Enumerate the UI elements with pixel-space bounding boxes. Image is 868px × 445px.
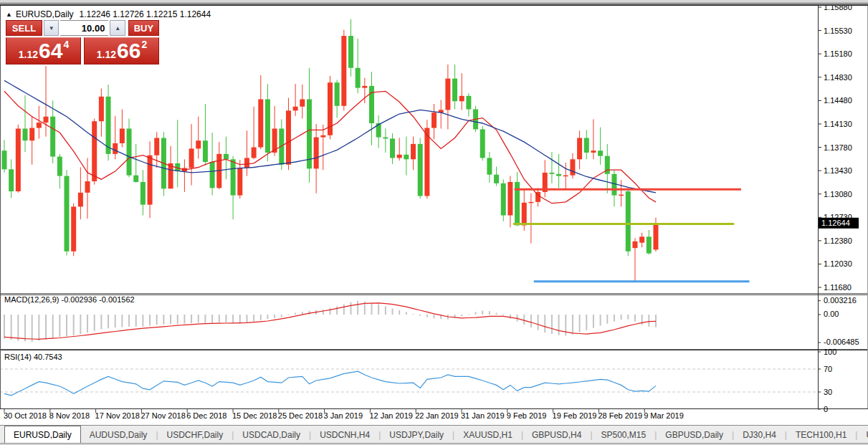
macd-histogram-bar [489,311,490,315]
macd-histogram-bar [253,315,254,322]
candle-body [106,97,111,154]
macd-histogram-bar [281,315,282,317]
rsi-tick-label: 70 [824,365,832,373]
buy-price-button[interactable]: 1.12 66 2 [84,37,159,64]
tab-sp500-m15[interactable]: SP500,M15 [593,426,655,444]
macd-histogram-bar [551,315,553,334]
macd-histogram-bar [523,315,525,325]
price-tick-label: 1.12030 [824,259,852,268]
macd-histogram-bar [115,315,116,327]
trade-row-top: SELL ▼ ▲ BUY [6,20,159,36]
price-tick-label: 1.11680 [824,283,852,292]
candle-body [168,163,173,188]
window-top-border [0,0,868,6]
tab-ukc[interactable]: UKC [857,426,868,444]
macd-histogram-bar [24,315,26,341]
candle-body [356,68,361,88]
macd-histogram-bar [38,315,39,340]
macd-histogram-bar [627,315,629,320]
volume-decrease-button[interactable]: ▼ [44,20,59,36]
macd-histogram-bar [198,315,199,322]
macd-histogram-bar [295,313,296,315]
volume-input[interactable] [60,20,108,36]
sell-price-button[interactable]: 1.12 64 4 [6,37,81,64]
candle-body [244,158,249,168]
candle-body [431,113,437,128]
symbol-expander-icon[interactable]: ▲ [6,11,12,18]
macd-histogram-bar [149,315,151,326]
candle-body [459,96,464,101]
macd-histogram-bar [66,315,67,336]
macd-histogram-bar [302,312,303,315]
date-tick-label: 6 Dec 2018 [186,411,226,420]
tab-tech100-h1[interactable]: TECH100,H1 [787,426,855,444]
macd-histogram-bar [378,305,379,315]
chart-canvas[interactable]: 1.158801.155301.151801.148301.144801.141… [0,0,868,445]
candle-body [335,82,340,106]
date-tick-label: 15 Dec 2018 [232,411,277,420]
macd-histogram-bar [142,315,143,327]
tab-audusd-daily[interactable]: AUDUSD,Daily [81,426,156,444]
candle-body [231,159,236,195]
candle-body [203,140,208,162]
macd-histogram-bar [634,315,636,322]
buy-button[interactable]: BUY [128,20,159,36]
macd-histogram-bar [323,310,324,315]
trade-row-prices: 1.12 64 4 1.12 66 2 [6,37,159,64]
macd-histogram-bar [121,315,123,327]
candle-body [224,154,229,159]
sell-button[interactable]: SELL [6,20,42,36]
macd-histogram-bar [406,312,407,315]
candle-body [647,236,652,253]
macd-histogram-bar [177,315,178,324]
macd-histogram-bar [225,315,226,322]
candle-body [598,150,603,155]
candle-body [383,138,388,139]
candle-body [584,138,589,152]
chart-title: ▲EURUSD,Daily1.12246 1.12726 1.12215 1.1… [6,9,211,19]
date-tick-label: 22 Jan 2019 [415,411,459,420]
candle-body [252,148,257,158]
candle-body [480,129,485,158]
candle-body [293,107,298,111]
candle-body [466,96,471,110]
candle-body [210,162,215,188]
macd-histogram-bar [371,303,373,315]
price-tick-label: 1.13430 [824,166,852,175]
tab-dj30-h4[interactable]: DJ30,H4 [734,426,785,444]
macd-histogram-bar [357,301,358,315]
candle-body [113,143,118,154]
tab-usdcad-daily[interactable]: USDCAD,Daily [234,426,309,444]
candle-body [348,36,353,68]
macd-histogram-bar [274,315,275,318]
tab-xauusd-h1[interactable]: XAUUSD,H1 [454,426,521,444]
macd-histogram-bar [426,315,428,317]
candle-body [639,236,644,242]
tab-usdchf-daily[interactable]: USDCHF,Daily [158,426,232,444]
candle-body [452,79,457,102]
candle-body [494,175,499,183]
macd-histogram-bar [52,315,54,338]
date-tick-label: 25 Dec 2018 [278,411,323,420]
volume-increase-button[interactable]: ▲ [110,20,125,36]
macd-histogram-bar [94,315,95,331]
tab-usdcnh-h4[interactable]: USDCNH,H4 [311,426,378,444]
tab-eurusd-daily[interactable]: EURUSD,Daily [4,426,81,444]
candle-body [44,117,49,123]
macd-histogram-bar [219,315,220,322]
tab-usdjpy-daily[interactable]: USDJPY,Daily [381,426,452,444]
candle-body [99,97,104,121]
candle-body [78,193,83,207]
candle-body [258,99,263,147]
date-tick-label: 9 Mar 2019 [644,411,684,420]
macd-histogram-bar [267,315,268,319]
candle-body [411,144,416,159]
tab-gbpusd-daily[interactable]: GBPUSD,Daily [657,426,732,444]
macd-tick-label: 0.00 [824,310,839,318]
candle-body [563,176,568,177]
tab-gbpusd-h4[interactable]: GBPUSD,H4 [523,426,590,444]
candle-body [29,128,34,141]
candle-body [424,128,429,196]
candle-body [65,176,70,252]
candle-body [133,176,138,182]
